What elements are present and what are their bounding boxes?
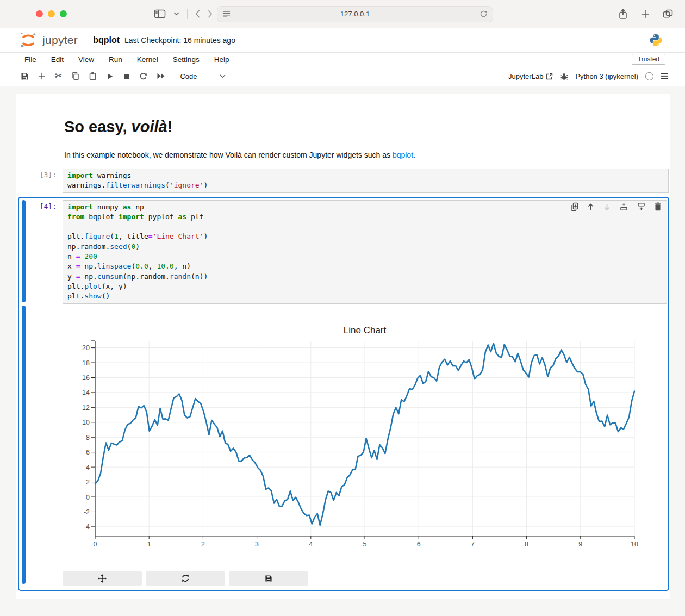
- restart-icon[interactable]: [139, 72, 147, 80]
- code-line: np.random.seed(0): [67, 242, 662, 252]
- code-line: [67, 222, 662, 232]
- python-logo: [649, 33, 663, 47]
- cell-prompt: [3]:: [16, 169, 63, 193]
- cell-type-value: Code: [180, 72, 197, 80]
- svg-text:0: 0: [94, 540, 97, 548]
- chevron-down-icon[interactable]: [173, 12, 179, 16]
- code-cell-4-input: [4]: import numpy as npfrom bqplot impor…: [19, 200, 668, 304]
- code-line: import warnings: [67, 171, 664, 181]
- svg-text:-4: -4: [84, 523, 90, 531]
- minimize-window-icon[interactable]: [48, 10, 55, 17]
- notebook-title[interactable]: bqplot: [93, 35, 120, 45]
- main-area: So easy, voilà! In this example notebook…: [0, 86, 685, 599]
- traffic-lights: [36, 10, 67, 17]
- divider: [187, 9, 188, 19]
- menu-item-settings[interactable]: Settings: [173, 55, 200, 64]
- bqplot-toolbar: [63, 571, 668, 586]
- back-icon[interactable]: [195, 10, 200, 18]
- menu-item-help[interactable]: Help: [214, 55, 229, 64]
- run-all-icon[interactable]: [157, 72, 165, 80]
- jupyter-brand: jupyter: [42, 34, 78, 47]
- output-collapser[interactable]: [22, 306, 26, 584]
- notebook-panel: So easy, voilà! In this example notebook…: [16, 94, 670, 599]
- copy-icon[interactable]: [71, 72, 79, 80]
- add-cell-icon[interactable]: [38, 72, 46, 80]
- menu-item-file[interactable]: File: [24, 55, 36, 64]
- svg-text:4: 4: [309, 540, 313, 548]
- external-link-icon: [546, 73, 553, 80]
- svg-text:14: 14: [82, 389, 90, 396]
- save-figure-button[interactable]: [229, 571, 308, 586]
- stop-icon[interactable]: [123, 73, 130, 80]
- address-bar[interactable]: 127.0.0.1: [217, 6, 493, 22]
- menu-item-kernel[interactable]: Kernel: [137, 55, 158, 64]
- hamburger-icon[interactable]: [661, 73, 669, 79]
- svg-text:2: 2: [201, 540, 205, 548]
- run-icon[interactable]: [106, 72, 114, 80]
- url-text[interactable]: 127.0.0.1: [231, 10, 479, 18]
- code-editor[interactable]: import numpy as npfrom bqplot import pyp…: [63, 200, 667, 304]
- chevron-down-icon: [220, 74, 226, 78]
- browser-titlebar: 127.0.0.1: [0, 0, 685, 28]
- cut-icon[interactable]: ✂: [55, 72, 62, 80]
- share-icon[interactable]: [618, 8, 628, 20]
- reload-icon[interactable]: [479, 10, 488, 18]
- code-line: y = np.cumsum(np.random.randn(n)): [67, 272, 662, 282]
- cell-output: -4-202468101214161820012345678910Line Ch…: [63, 307, 668, 586]
- code-cell-3: [3]: import warningswarnings.filterwarni…: [16, 169, 670, 193]
- insert-above-icon[interactable]: [619, 202, 628, 211]
- svg-text:8: 8: [86, 433, 90, 441]
- code-line: warnings.filterwarnings('ignore'): [67, 181, 664, 190]
- pan-icon: [98, 574, 107, 583]
- close-window-icon[interactable]: [36, 10, 43, 17]
- cell-type-dropdown[interactable]: Code: [180, 72, 226, 80]
- code-cell-4-selected[interactable]: [4]: import numpy as npfrom bqplot impor…: [18, 197, 669, 591]
- svg-text:0: 0: [86, 493, 90, 501]
- pan-button[interactable]: [63, 571, 142, 586]
- svg-text:18: 18: [82, 359, 90, 366]
- menu-item-edit[interactable]: Edit: [51, 55, 64, 64]
- kernel-status-icon[interactable]: [645, 72, 653, 80]
- tab-overview-icon[interactable]: [663, 9, 673, 18]
- kernel-name[interactable]: Python 3 (ipykernel): [575, 72, 638, 80]
- bqplot-figure[interactable]: -4-202468101214161820012345678910Line Ch…: [63, 307, 668, 568]
- svg-text:7: 7: [471, 540, 475, 548]
- code-editor[interactable]: import warningswarnings.filterwarnings('…: [63, 169, 669, 193]
- paste-icon[interactable]: [89, 72, 97, 80]
- svg-text:-2: -2: [84, 508, 90, 516]
- svg-text:2: 2: [86, 478, 90, 486]
- menubar: FileEditViewRunKernelSettingsHelp Truste…: [0, 53, 685, 66]
- duplicate-icon[interactable]: [570, 202, 578, 211]
- sidebar-icon[interactable]: [154, 9, 166, 18]
- trusted-badge[interactable]: Trusted: [632, 54, 665, 65]
- bug-icon[interactable]: [560, 72, 568, 80]
- menu-item-run[interactable]: Run: [109, 55, 122, 64]
- new-tab-icon[interactable]: [641, 10, 650, 18]
- forward-icon[interactable]: [208, 10, 213, 18]
- svg-text:6: 6: [86, 449, 90, 456]
- notebook-toolbar: ✂ Code JupyterLab Python 3 (ipykernel): [0, 66, 685, 86]
- refresh-button[interactable]: [146, 571, 225, 586]
- code-line: x = np.linspace(0.0, 10.0, n): [67, 262, 662, 271]
- menu-item-view[interactable]: View: [78, 55, 94, 64]
- menubar-items: FileEditViewRunKernelSettingsHelp: [24, 55, 244, 64]
- svg-text:5: 5: [363, 540, 367, 548]
- bqplot-link[interactable]: bqplot: [393, 151, 413, 159]
- svg-text:16: 16: [82, 374, 90, 382]
- delete-icon[interactable]: [654, 202, 662, 211]
- move-up-icon[interactable]: [587, 203, 595, 211]
- zoom-window-icon[interactable]: [60, 10, 67, 17]
- svg-text:10: 10: [82, 419, 90, 426]
- svg-text:6: 6: [417, 540, 421, 548]
- cell-toolbar: [570, 202, 662, 211]
- svg-text:10: 10: [631, 540, 638, 548]
- svg-text:9: 9: [578, 540, 582, 548]
- move-down-icon[interactable]: [603, 203, 611, 211]
- open-in-jupyterlab-link[interactable]: JupyterLab: [508, 72, 553, 80]
- jupyter-logo: [20, 31, 37, 49]
- reader-icon[interactable]: [222, 10, 231, 18]
- input-collapser[interactable]: [22, 200, 26, 302]
- insert-below-icon[interactable]: [637, 202, 646, 211]
- jupyter-header: jupyter bqplot Last Checkpoint: 16 minut…: [0, 28, 685, 53]
- save-icon[interactable]: [21, 72, 29, 80]
